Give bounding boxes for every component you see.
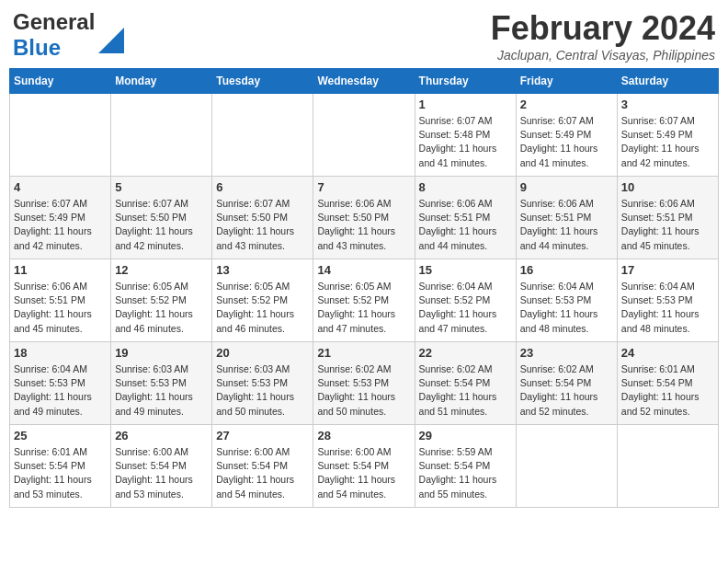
calendar-cell: 24Sunrise: 6:01 AM Sunset: 5:54 PM Dayli… bbox=[617, 342, 718, 425]
title-area: February 2024 Jaclupan, Central Visayas,… bbox=[491, 9, 715, 63]
calendar-cell: 13Sunrise: 6:05 AM Sunset: 5:52 PM Dayli… bbox=[212, 259, 313, 342]
day-number: 25 bbox=[14, 429, 107, 442]
calendar-cell bbox=[516, 425, 617, 508]
logo-general: General bbox=[13, 9, 95, 34]
day-number: 10 bbox=[621, 180, 714, 194]
day-number: 9 bbox=[520, 180, 613, 194]
calendar-cell: 23Sunrise: 6:02 AM Sunset: 5:54 PM Dayli… bbox=[516, 342, 617, 425]
day-number: 15 bbox=[419, 263, 512, 277]
calendar-cell bbox=[10, 94, 111, 177]
calendar-cell: 12Sunrise: 6:05 AM Sunset: 5:52 PM Dayli… bbox=[111, 259, 212, 342]
day-info: Sunrise: 6:04 AM Sunset: 5:53 PM Dayligh… bbox=[14, 362, 107, 419]
calendar-cell: 7Sunrise: 6:06 AM Sunset: 5:50 PM Daylig… bbox=[313, 177, 415, 259]
day-number: 21 bbox=[317, 346, 410, 360]
day-number: 23 bbox=[520, 346, 613, 360]
day-info: Sunrise: 6:05 AM Sunset: 5:52 PM Dayligh… bbox=[115, 280, 208, 336]
day-number: 27 bbox=[216, 429, 309, 442]
day-number: 22 bbox=[419, 346, 512, 360]
day-number: 14 bbox=[317, 263, 410, 277]
day-info: Sunrise: 6:04 AM Sunset: 5:53 PM Dayligh… bbox=[520, 280, 613, 336]
day-info: Sunrise: 6:07 AM Sunset: 5:50 PM Dayligh… bbox=[115, 197, 208, 253]
calendar-cell: 1Sunrise: 6:07 AM Sunset: 5:48 PM Daylig… bbox=[415, 94, 516, 177]
weekday-header-sunday: Sunday bbox=[10, 69, 111, 94]
day-number: 7 bbox=[317, 180, 410, 194]
day-info: Sunrise: 6:07 AM Sunset: 5:50 PM Dayligh… bbox=[216, 197, 309, 253]
calendar-cell: 6Sunrise: 6:07 AM Sunset: 5:50 PM Daylig… bbox=[212, 177, 313, 259]
weekday-header-saturday: Saturday bbox=[617, 69, 718, 94]
day-info: Sunrise: 6:02 AM Sunset: 5:54 PM Dayligh… bbox=[520, 362, 613, 419]
day-number: 19 bbox=[115, 346, 208, 360]
svg-marker-0 bbox=[98, 28, 124, 53]
day-number: 6 bbox=[216, 180, 309, 194]
week-row-3: 18Sunrise: 6:04 AM Sunset: 5:53 PM Dayli… bbox=[10, 342, 719, 425]
day-number: 8 bbox=[419, 180, 512, 194]
calendar-cell: 8Sunrise: 6:06 AM Sunset: 5:51 PM Daylig… bbox=[415, 177, 516, 259]
calendar-cell: 9Sunrise: 6:06 AM Sunset: 5:51 PM Daylig… bbox=[516, 177, 617, 259]
calendar-cell bbox=[313, 94, 415, 177]
calendar-cell: 14Sunrise: 6:05 AM Sunset: 5:52 PM Dayli… bbox=[313, 259, 415, 342]
calendar-table: SundayMondayTuesdayWednesdayThursdayFrid… bbox=[9, 68, 719, 508]
calendar-cell: 26Sunrise: 6:00 AM Sunset: 5:54 PM Dayli… bbox=[111, 425, 212, 508]
day-number: 18 bbox=[14, 346, 107, 360]
day-number: 4 bbox=[14, 180, 107, 194]
calendar-cell: 17Sunrise: 6:04 AM Sunset: 5:53 PM Dayli… bbox=[617, 259, 718, 342]
calendar-cell bbox=[212, 94, 313, 177]
weekday-header-monday: Monday bbox=[111, 69, 212, 94]
day-number: 2 bbox=[520, 98, 613, 111]
calendar-cell: 10Sunrise: 6:06 AM Sunset: 5:51 PM Dayli… bbox=[617, 177, 718, 259]
calendar-cell: 4Sunrise: 6:07 AM Sunset: 5:49 PM Daylig… bbox=[10, 177, 111, 259]
weekday-header-row: SundayMondayTuesdayWednesdayThursdayFrid… bbox=[10, 69, 719, 94]
week-row-0: 1Sunrise: 6:07 AM Sunset: 5:48 PM Daylig… bbox=[10, 94, 719, 177]
week-row-4: 25Sunrise: 6:01 AM Sunset: 5:54 PM Dayli… bbox=[10, 425, 719, 508]
day-number: 17 bbox=[621, 263, 714, 277]
calendar-cell: 5Sunrise: 6:07 AM Sunset: 5:50 PM Daylig… bbox=[111, 177, 212, 259]
day-info: Sunrise: 6:06 AM Sunset: 5:51 PM Dayligh… bbox=[419, 197, 512, 253]
calendar-cell: 19Sunrise: 6:03 AM Sunset: 5:53 PM Dayli… bbox=[111, 342, 212, 425]
day-info: Sunrise: 6:07 AM Sunset: 5:49 PM Dayligh… bbox=[621, 114, 714, 170]
day-info: Sunrise: 6:02 AM Sunset: 5:53 PM Dayligh… bbox=[317, 362, 410, 419]
day-number: 3 bbox=[621, 98, 714, 111]
calendar-cell: 21Sunrise: 6:02 AM Sunset: 5:53 PM Dayli… bbox=[313, 342, 415, 425]
calendar-cell: 27Sunrise: 6:00 AM Sunset: 5:54 PM Dayli… bbox=[212, 425, 313, 508]
page-header: General Blue February 2024 Jaclupan, Cen… bbox=[9, 9, 719, 63]
calendar-cell: 15Sunrise: 6:04 AM Sunset: 5:52 PM Dayli… bbox=[415, 259, 516, 342]
calendar-cell bbox=[111, 94, 212, 177]
logo-icon bbox=[98, 28, 124, 53]
week-row-2: 11Sunrise: 6:06 AM Sunset: 5:51 PM Dayli… bbox=[10, 259, 719, 342]
weekday-header-friday: Friday bbox=[516, 69, 617, 94]
location: Jaclupan, Central Visayas, Philippines bbox=[491, 48, 715, 63]
day-info: Sunrise: 6:03 AM Sunset: 5:53 PM Dayligh… bbox=[115, 362, 208, 419]
calendar-cell: 18Sunrise: 6:04 AM Sunset: 5:53 PM Dayli… bbox=[10, 342, 111, 425]
weekday-header-thursday: Thursday bbox=[415, 69, 516, 94]
calendar-cell: 11Sunrise: 6:06 AM Sunset: 5:51 PM Dayli… bbox=[10, 259, 111, 342]
day-info: Sunrise: 6:00 AM Sunset: 5:54 PM Dayligh… bbox=[115, 445, 208, 501]
calendar-cell: 2Sunrise: 6:07 AM Sunset: 5:49 PM Daylig… bbox=[516, 94, 617, 177]
day-info: Sunrise: 6:05 AM Sunset: 5:52 PM Dayligh… bbox=[317, 280, 410, 336]
day-number: 5 bbox=[115, 180, 208, 194]
day-info: Sunrise: 6:05 AM Sunset: 5:52 PM Dayligh… bbox=[216, 280, 309, 336]
day-number: 13 bbox=[216, 263, 309, 277]
day-number: 28 bbox=[317, 429, 410, 442]
day-info: Sunrise: 6:06 AM Sunset: 5:51 PM Dayligh… bbox=[14, 280, 107, 336]
day-number: 24 bbox=[621, 346, 714, 360]
week-row-1: 4Sunrise: 6:07 AM Sunset: 5:49 PM Daylig… bbox=[10, 177, 719, 259]
day-info: Sunrise: 6:00 AM Sunset: 5:54 PM Dayligh… bbox=[317, 445, 410, 501]
calendar-cell bbox=[617, 425, 718, 508]
calendar-cell: 25Sunrise: 6:01 AM Sunset: 5:54 PM Dayli… bbox=[10, 425, 111, 508]
logo: General Blue bbox=[13, 9, 124, 61]
weekday-header-wednesday: Wednesday bbox=[313, 69, 415, 94]
logo-blue: Blue bbox=[13, 35, 61, 60]
calendar-cell: 22Sunrise: 6:02 AM Sunset: 5:54 PM Dayli… bbox=[415, 342, 516, 425]
day-info: Sunrise: 6:04 AM Sunset: 5:52 PM Dayligh… bbox=[419, 280, 512, 336]
weekday-header-tuesday: Tuesday bbox=[212, 69, 313, 94]
day-number: 12 bbox=[115, 263, 208, 277]
day-info: Sunrise: 6:07 AM Sunset: 5:48 PM Dayligh… bbox=[419, 114, 512, 170]
calendar-cell: 20Sunrise: 6:03 AM Sunset: 5:53 PM Dayli… bbox=[212, 342, 313, 425]
day-info: Sunrise: 6:06 AM Sunset: 5:51 PM Dayligh… bbox=[520, 197, 613, 253]
day-info: Sunrise: 6:01 AM Sunset: 5:54 PM Dayligh… bbox=[621, 362, 714, 419]
day-info: Sunrise: 6:06 AM Sunset: 5:50 PM Dayligh… bbox=[317, 197, 410, 253]
day-info: Sunrise: 6:02 AM Sunset: 5:54 PM Dayligh… bbox=[419, 362, 512, 419]
calendar-cell: 3Sunrise: 6:07 AM Sunset: 5:49 PM Daylig… bbox=[617, 94, 718, 177]
day-info: Sunrise: 6:01 AM Sunset: 5:54 PM Dayligh… bbox=[14, 445, 107, 501]
day-info: Sunrise: 6:06 AM Sunset: 5:51 PM Dayligh… bbox=[621, 197, 714, 253]
